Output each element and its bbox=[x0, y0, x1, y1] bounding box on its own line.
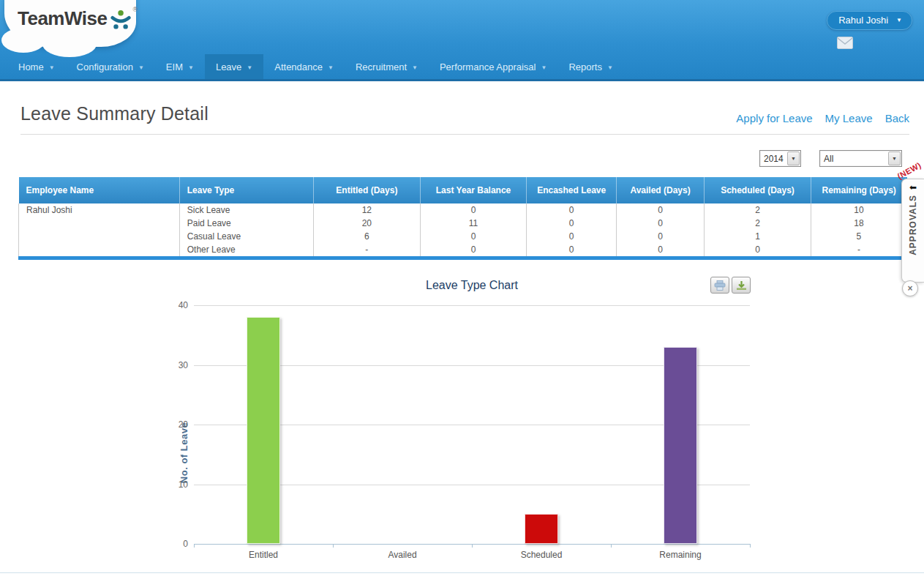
y-tick-label: 40 bbox=[159, 300, 188, 310]
nav-item-home[interactable]: Home ▼ bbox=[7, 54, 66, 79]
approvals-close-button[interactable]: × bbox=[902, 280, 918, 296]
leave-table-body: Rahul JoshiSick Leave12000210Paid Leave2… bbox=[19, 203, 907, 258]
mail-icon[interactable] bbox=[837, 37, 853, 52]
employee-name-cell: Rahul Joshi bbox=[19, 203, 180, 258]
user-menu-button[interactable]: Rahul Joshi ▼ bbox=[827, 11, 912, 30]
cell-entitled: 6 bbox=[314, 230, 421, 243]
chevron-down-icon: ▼ bbox=[787, 152, 800, 165]
bar-entitled bbox=[247, 317, 280, 544]
col-scheduled: Scheduled (Days) bbox=[705, 177, 811, 203]
cell-scheduled: 2 bbox=[705, 217, 811, 230]
chevron-down-icon: ▼ bbox=[328, 64, 334, 71]
nav-label: Configuration bbox=[77, 61, 133, 72]
year-select[interactable]: 2014 ▼ bbox=[759, 150, 801, 167]
expand-arrow-icon: ⬅︎ bbox=[909, 183, 917, 192]
col-encashed-leave: Encashed Leave bbox=[527, 177, 617, 203]
chart-toolbar bbox=[710, 277, 751, 294]
cell-entitled: - bbox=[314, 243, 421, 258]
nav-item-configuration[interactable]: Configuration ▼ bbox=[66, 54, 155, 79]
cell-remaining: - bbox=[811, 243, 906, 258]
cell-entitled: 20 bbox=[314, 217, 421, 230]
chevron-down-icon: ▼ bbox=[247, 64, 252, 71]
page-action-links: Apply for Leave My Leave Back bbox=[736, 112, 909, 124]
chevron-down-icon: ▼ bbox=[188, 64, 194, 71]
nav-label: Recruitment bbox=[356, 61, 407, 72]
back-link[interactable]: Back bbox=[885, 112, 909, 124]
user-name: Rahul Joshi bbox=[838, 15, 888, 26]
nav-item-recruitment[interactable]: Recruitment ▼ bbox=[345, 54, 429, 79]
print-chart-button[interactable] bbox=[710, 277, 729, 294]
col-leave-type: Leave Type bbox=[179, 177, 313, 203]
chart-plot-area: 010203040EntitledAvailedScheduledRemaini… bbox=[194, 305, 750, 544]
nav-item-reports[interactable]: Reports ▼ bbox=[557, 54, 623, 79]
cell-last_year_balance: 11 bbox=[420, 217, 527, 230]
app-header: Home ▼ Configuration ▼ EIM ▼ Leave ▼ Att… bbox=[0, 0, 924, 81]
brand-name: TeamWise bbox=[18, 7, 107, 29]
cell-leave_type: Other Leave bbox=[179, 243, 313, 258]
nav-item-leave[interactable]: Leave ▼ bbox=[205, 54, 263, 79]
nav-label: Home bbox=[18, 61, 44, 72]
title-divider bbox=[20, 134, 909, 135]
col-availed: Availed (Days) bbox=[616, 177, 704, 203]
x-category-label: Entitled bbox=[194, 550, 333, 560]
cell-leave_type: Sick Leave bbox=[179, 203, 313, 217]
col-remaining: Remaining (Days) bbox=[811, 177, 906, 203]
cell-scheduled: 0 bbox=[705, 243, 811, 258]
nav-item-attendance[interactable]: Attendance ▼ bbox=[263, 54, 345, 79]
year-select-value: 2014 bbox=[760, 154, 787, 164]
cell-encashed: 0 bbox=[527, 243, 617, 258]
chevron-down-icon: ▼ bbox=[541, 64, 546, 71]
nav-label: Leave bbox=[216, 61, 241, 72]
my-leave-link[interactable]: My Leave bbox=[825, 112, 873, 124]
cell-encashed: 0 bbox=[527, 203, 617, 217]
cell-leave_type: Paid Leave bbox=[179, 217, 313, 230]
nav-item-performance-appraisal[interactable]: Performance Appraisal ▼ bbox=[429, 54, 557, 79]
footer-divider bbox=[0, 572, 924, 573]
cell-last_year_balance: 0 bbox=[420, 230, 527, 243]
brand-logo: TeamWise ® bbox=[4, 0, 136, 47]
cell-last_year_balance: 0 bbox=[420, 203, 527, 217]
col-employee-name: Employee Name bbox=[19, 177, 180, 203]
col-entitled: Entitled (Days) bbox=[314, 177, 421, 203]
printer-icon bbox=[714, 280, 726, 291]
nav-item-eim[interactable]: EIM ▼ bbox=[155, 54, 205, 79]
nav-label: Reports bbox=[568, 61, 602, 72]
cell-availed: 0 bbox=[616, 243, 704, 258]
x-tick-mark bbox=[472, 544, 473, 548]
col-last-year-balance: Last Year Balance bbox=[420, 177, 527, 203]
download-chart-button[interactable] bbox=[732, 277, 751, 294]
cell-availed: 0 bbox=[616, 203, 704, 217]
registered-mark: ® bbox=[132, 6, 138, 13]
cell-leave_type: Casual Leave bbox=[179, 230, 313, 243]
bar-remaining bbox=[664, 347, 697, 544]
leave-type-select-value: All bbox=[820, 154, 888, 164]
cell-scheduled: 1 bbox=[705, 230, 811, 243]
gridline bbox=[194, 305, 750, 306]
cell-remaining: 18 bbox=[811, 217, 906, 230]
apply-for-leave-link[interactable]: Apply for Leave bbox=[736, 112, 812, 124]
filter-row: 2014 ▼ All ▼ bbox=[0, 150, 902, 167]
cell-remaining: 5 bbox=[811, 230, 906, 243]
chevron-down-icon: ▼ bbox=[49, 64, 55, 71]
y-tick-label: 20 bbox=[159, 419, 188, 430]
y-tick-label: 30 bbox=[159, 360, 188, 370]
y-tick-label: 0 bbox=[159, 539, 188, 549]
chevron-down-icon: ▼ bbox=[607, 64, 613, 71]
cell-remaining: 10 bbox=[811, 203, 906, 217]
cell-last_year_balance: 0 bbox=[420, 243, 527, 258]
leave-summary-table: Employee Name Leave Type Entitled (Days)… bbox=[18, 177, 907, 260]
download-icon bbox=[736, 280, 747, 291]
approvals-side-tab[interactable]: ⬅︎ APPROVALS bbox=[901, 179, 924, 283]
nav-label: Performance Appraisal bbox=[440, 61, 536, 72]
chevron-down-icon: ▼ bbox=[138, 64, 144, 71]
x-tick-mark bbox=[611, 544, 612, 548]
leave-type-select[interactable]: All ▼ bbox=[819, 150, 902, 167]
cell-availed: 0 bbox=[616, 230, 704, 243]
chevron-down-icon: ▼ bbox=[412, 64, 418, 71]
chart-title: Leave Type Chart bbox=[194, 279, 750, 292]
x-category-label: Scheduled bbox=[472, 550, 611, 560]
nav-label: EIM bbox=[166, 61, 183, 72]
table-row: Rahul JoshiSick Leave12000210 bbox=[19, 203, 907, 217]
chevron-down-icon: ▼ bbox=[888, 152, 901, 165]
cell-encashed: 0 bbox=[527, 217, 617, 230]
